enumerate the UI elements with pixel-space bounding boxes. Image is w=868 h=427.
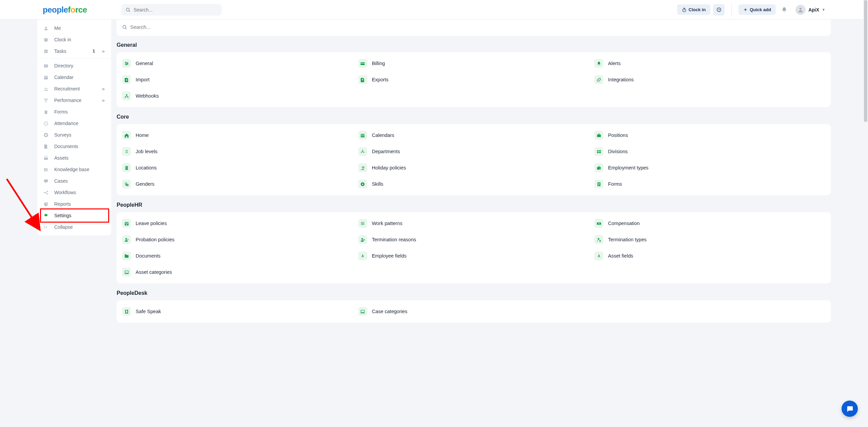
settings-search-input[interactable] [121, 22, 827, 32]
svg-point-101 [598, 238, 599, 240]
svg-rect-73 [126, 168, 126, 168]
chevron-down-icon: ▼ [822, 8, 825, 12]
settings-item-label: Case categories [372, 309, 408, 314]
user-menu[interactable]: ApiX ▼ [795, 5, 825, 15]
notifications-button[interactable] [778, 4, 790, 16]
field-a-icon: A [358, 251, 367, 260]
settings-item-home[interactable]: Home [122, 128, 353, 142]
settings-item-work-patterns[interactable]: Work patterns [358, 216, 589, 230]
section-card: HomeCalendarsPositionsJob levelsDepartme… [117, 124, 831, 195]
sidebar-item-me[interactable]: Me [37, 22, 111, 34]
probation-icon [122, 235, 131, 244]
settings-item-asset-categories[interactable]: Asset categories [122, 265, 353, 279]
sidebar-item-forms[interactable]: Forms [37, 106, 111, 118]
sidebar-item-calendar[interactable]: Calendar [37, 72, 111, 83]
settings-item-leave-policies[interactable]: Leave policies [122, 216, 353, 230]
sidebar-item-cases[interactable]: Cases [37, 175, 111, 187]
settings-item-termination-reasons[interactable]: Termination reasons [358, 232, 589, 247]
settings-item-label: Skills [372, 181, 383, 187]
clipboard-icon [43, 109, 50, 115]
settings-item-compensation[interactable]: Compensation [594, 216, 825, 230]
settings-item-positions[interactable]: Positions [594, 128, 825, 142]
sidebar-item-clock-in[interactable]: Clock in [37, 34, 111, 45]
sidebar-item-label: Surveys [54, 132, 72, 138]
settings-item-asset-fields[interactable]: AAsset fields [594, 249, 825, 263]
sidebar-item-label: Forms [54, 109, 68, 115]
settings-item-employment-types[interactable]: Employment types [594, 161, 825, 175]
svg-rect-25 [45, 110, 47, 111]
sidebar-item-label: Performance [54, 98, 81, 103]
settings-item-divisions[interactable]: Divisions [594, 144, 825, 159]
settings-item-documents[interactable]: Documents [122, 249, 353, 263]
settings-item-case-categories[interactable]: Case categories [358, 304, 589, 319]
settings-item-termination-types[interactable]: Termination types [594, 232, 825, 247]
sidebar-item-surveys[interactable]: Surveys [37, 129, 111, 141]
settings-item-genders[interactable]: Genders [122, 177, 353, 191]
clockin-label: Clock in [689, 7, 706, 12]
svg-point-37 [47, 194, 48, 195]
sidebar-item-reports[interactable]: Reports [37, 198, 111, 210]
user-icon [43, 26, 50, 31]
scrollbar[interactable] [863, 0, 868, 338]
settings-item-skills[interactable]: Skills [358, 177, 589, 191]
settings-item-calendars[interactable]: Calendars [358, 128, 589, 142]
settings-item-label: Billing [372, 61, 385, 66]
svg-rect-31 [46, 168, 47, 171]
sidebar-item-performance[interactable]: Performance▶ [37, 95, 111, 106]
logo[interactable]: peopleforce [43, 5, 101, 15]
settings-item-label: Compensation [608, 221, 640, 226]
svg-point-9 [45, 26, 47, 28]
settings-item-label: Alerts [608, 61, 620, 66]
settings-item-billing[interactable]: Billing [358, 56, 589, 70]
sidebar-item-directory[interactable]: Directory [37, 60, 111, 72]
settings-item-general[interactable]: General [122, 56, 353, 70]
sidebar-item-tasks[interactable]: Tasks1▶ [37, 45, 111, 57]
settings-item-label: Termination types [608, 237, 647, 242]
chat-icon [43, 179, 50, 184]
settings-item-exports[interactable]: Exports [358, 73, 589, 87]
trophy-icon [43, 98, 50, 103]
import-icon [122, 75, 131, 84]
svg-line-1 [129, 11, 130, 12]
settings-item-employee-fields[interactable]: AEmployee fields [358, 249, 589, 263]
svg-text:A: A [361, 254, 364, 258]
settings-item-label: Probation policies [136, 237, 174, 242]
settings-item-import[interactable]: Import [122, 73, 353, 87]
settings-item-locations[interactable]: Locations [122, 161, 353, 175]
settings-item-forms[interactable]: Forms [594, 177, 825, 191]
history-button[interactable] [713, 4, 725, 16]
sidebar-item-documents[interactable]: Documents [37, 141, 111, 152]
sidebar-item-assets[interactable]: Assets [37, 152, 111, 164]
settings-item-webhooks[interactable]: Webhooks [122, 89, 353, 103]
leave-icon [122, 219, 131, 228]
sidebar-item-settings[interactable]: Settings [37, 210, 111, 221]
chevron-right-icon: ▶ [102, 98, 105, 103]
scrollbar-thumb[interactable] [864, 0, 867, 122]
sidebar-item-knowledge-base[interactable]: Knowledge base [37, 164, 111, 175]
settings-item-safe-speak[interactable]: Safe Speak [122, 304, 353, 319]
quickadd-button[interactable]: Quick add [738, 4, 776, 15]
levels-icon [122, 147, 131, 156]
calendar2-icon [358, 131, 367, 140]
plus-icon [743, 7, 748, 12]
svg-text:A: A [598, 254, 600, 258]
money-icon [594, 219, 603, 228]
settings-item-integrations[interactable]: Integrations [594, 73, 825, 87]
settings-item-probation-policies[interactable]: Probation policies [122, 232, 353, 247]
sidebar-item-attendance[interactable]: Attendance [37, 118, 111, 129]
laptop-icon [358, 307, 367, 316]
clockin-button[interactable]: Clock in [677, 4, 711, 15]
svg-rect-71 [126, 167, 126, 168]
sidebar-item-workflows[interactable]: Workflows [37, 187, 111, 198]
sidebar-item-collapse[interactable]: Collapse [37, 221, 111, 233]
sidebar-item-recruitment[interactable]: Recruitment▶ [37, 83, 111, 95]
global-search-input[interactable] [121, 4, 222, 16]
svg-rect-70 [127, 166, 127, 167]
settings-item-job-levels[interactable]: Job levels [122, 144, 353, 159]
svg-line-76 [363, 166, 364, 169]
gear-icon [43, 213, 50, 218]
settings-item-alerts[interactable]: Alerts [594, 56, 825, 70]
svg-point-8 [800, 8, 802, 10]
settings-item-holiday-policies[interactable]: Holiday policies [358, 161, 589, 175]
settings-item-departments[interactable]: Departments [358, 144, 589, 159]
